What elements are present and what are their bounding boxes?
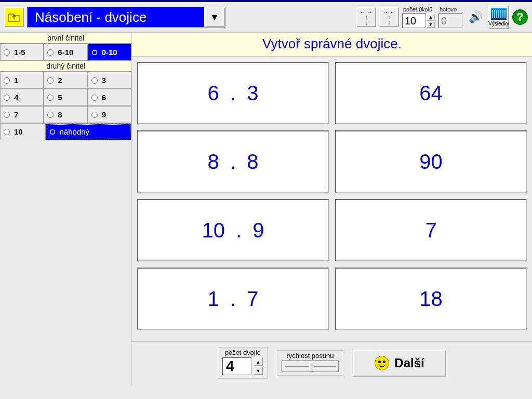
result-card[interactable]: 7 (335, 199, 527, 261)
done-value: 0 (438, 14, 462, 28)
option-label: náhodný (58, 127, 91, 137)
content: Vytvoř správné dvojice. 6 . 38 . 810 . 9… (132, 33, 532, 386)
main-area: první činitel 1-56-100-10 druhý činitel … (0, 33, 532, 386)
first-factor-option[interactable]: 1-5 (0, 44, 44, 61)
open-folder-button[interactable] (4, 7, 24, 27)
option-label: 9 (100, 110, 108, 119)
speaker-icon: 🔊 (469, 10, 483, 24)
pairs-count-block: počet dvojic 4 ▲ ▼ (218, 347, 268, 379)
option-label: 10 (12, 127, 24, 137)
option-label: 0-10 (100, 47, 119, 57)
option-label: 1 (12, 75, 20, 85)
right-column: 6490718 (335, 62, 527, 339)
option-label: 6-10 (56, 47, 75, 57)
task-count-label: počet úkolů (402, 6, 433, 14)
next-label: Další (394, 356, 424, 370)
radio-icon[interactable] (4, 129, 10, 135)
left-column: 6 . 38 . 810 . 91 . 7 (137, 62, 329, 339)
done-group: hotovo 0 (438, 6, 462, 28)
task-count-up[interactable]: ▲ (426, 14, 435, 21)
expression-card[interactable]: 10 . 9 (137, 199, 329, 261)
pairs-count-up[interactable]: ▲ (254, 357, 263, 366)
radio-icon[interactable] (91, 49, 98, 56)
bottom-controls: počet dvojic 4 ▲ ▼ rychlost posunu Další (132, 341, 532, 386)
done-label: hotovo (438, 6, 458, 14)
expression-card[interactable]: 1 . 7 (137, 268, 329, 330)
arrows-in-vertical2-icon: ↑ (388, 20, 391, 25)
radio-icon[interactable] (47, 77, 54, 84)
expression-card[interactable]: 8 . 8 (137, 130, 329, 193)
second-factor-title: druhý činitel (0, 61, 131, 72)
task-count-down[interactable]: ▼ (426, 21, 435, 28)
speed-slider[interactable] (282, 361, 339, 372)
slider-thumb[interactable] (309, 362, 314, 371)
second-factor-option[interactable]: 7 (0, 106, 44, 123)
second-factor-option-random[interactable]: náhodný (46, 123, 131, 140)
results-label: Výsledky (488, 21, 509, 26)
radio-icon[interactable] (47, 95, 54, 101)
second-factor-option[interactable]: 3 (88, 72, 131, 89)
next-button[interactable]: Další (353, 350, 446, 377)
pairs-count-input[interactable]: 4 (222, 357, 251, 375)
exercise-title: Násobení - dvojice (28, 7, 204, 27)
sound-button[interactable]: 🔊 (466, 7, 485, 27)
option-label: 6 (100, 92, 108, 102)
result-card[interactable]: 18 (335, 268, 527, 330)
toolbar: Násobení - dvojice ▼ ← → ↑ ↓ → ← ↓ ↑ poč… (0, 2, 532, 33)
first-factor-title: první činitel (0, 33, 131, 44)
option-label: 2 (56, 75, 63, 85)
pairs-count-down[interactable]: ▼ (254, 366, 263, 375)
pairs-grid: 6 . 38 . 810 . 91 . 7 6490718 (132, 57, 532, 341)
first-factor-option[interactable]: 6-10 (44, 44, 87, 61)
second-factor-option[interactable]: 4 (0, 89, 44, 106)
smiley-icon (375, 356, 389, 370)
radio-icon[interactable] (91, 77, 98, 84)
exercise-dropdown[interactable]: Násobení - dvojice ▼ (27, 7, 225, 28)
sidebar: první činitel 1-56-100-10 druhý činitel … (0, 33, 132, 386)
speed-block: rychlost posunu (277, 350, 343, 376)
task-count-group: počet úkolů 10 ▲ ▼ (402, 6, 435, 28)
help-button[interactable]: ? (512, 9, 528, 25)
first-factor-option[interactable]: 0-10 (88, 44, 131, 61)
radio-icon[interactable] (91, 95, 98, 101)
radio-icon[interactable] (47, 112, 54, 118)
second-factor-option[interactable]: 6 (88, 89, 131, 106)
radio-icon[interactable] (4, 95, 10, 101)
second-factor-option[interactable]: 2 (44, 72, 87, 89)
dropdown-arrow-icon[interactable]: ▼ (204, 7, 225, 27)
instruction-text: Vytvoř správné dvojice. (132, 33, 532, 57)
option-label: 4 (12, 92, 20, 102)
window-shrink-button[interactable]: → ← ↓ ↑ (379, 7, 399, 27)
folder-up-icon (8, 12, 20, 22)
radio-icon[interactable] (49, 129, 56, 135)
results-chart-icon (491, 8, 507, 20)
second-factor-option[interactable]: 1 (0, 72, 44, 89)
option-label: 8 (56, 110, 63, 119)
radio-icon[interactable] (4, 112, 10, 118)
radio-icon[interactable] (4, 49, 10, 56)
task-count-input[interactable]: 10 (402, 14, 426, 28)
radio-icon[interactable] (4, 77, 10, 84)
option-label: 5 (56, 92, 63, 102)
speed-label: rychlost posunu (286, 352, 334, 361)
second-factor-option[interactable]: 9 (88, 106, 131, 123)
arrows-vertical2-icon: ↓ (365, 20, 368, 25)
second-factor-option[interactable]: 5 (44, 89, 87, 106)
pairs-count-label: počet dvojic (225, 349, 261, 357)
result-card[interactable]: 64 (335, 62, 527, 124)
window-expand-button[interactable]: ← → ↑ ↓ (356, 7, 376, 27)
option-label: 3 (100, 75, 108, 85)
radio-icon[interactable] (47, 49, 54, 56)
results-button[interactable]: Výsledky (488, 5, 509, 29)
result-card[interactable]: 90 (335, 130, 527, 193)
expression-card[interactable]: 6 . 3 (137, 62, 329, 124)
second-factor-option[interactable]: 8 (44, 106, 87, 123)
option-label: 1-5 (12, 47, 27, 57)
option-label: 7 (12, 110, 20, 119)
radio-icon[interactable] (91, 112, 98, 118)
second-factor-option[interactable]: 10 (0, 123, 46, 140)
